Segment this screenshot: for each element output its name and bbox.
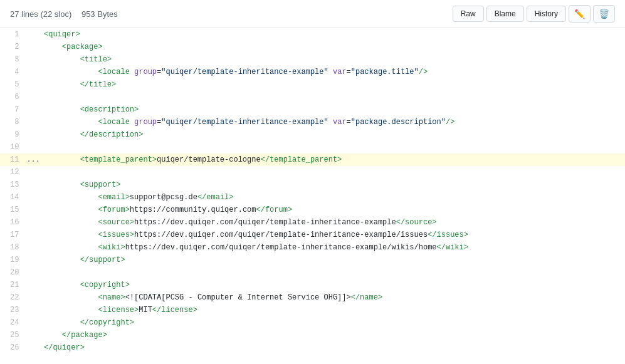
line-number: 9 — [0, 128, 25, 141]
table-row: 1<quiqer> — [0, 28, 625, 41]
line-code: <template_parent>quiqer/template-cologne… — [41, 153, 625, 166]
line-dots — [25, 91, 41, 103]
raw-button[interactable]: Raw — [453, 6, 484, 22]
line-number: 11 — [0, 153, 25, 166]
line-dots — [25, 128, 41, 141]
table-row: 26</quiqer> — [0, 341, 625, 354]
line-code — [41, 166, 625, 179]
table-row: 14 <email>support@pcsg.de</email> — [0, 191, 625, 204]
line-number: 22 — [0, 291, 25, 304]
line-number: 17 — [0, 229, 25, 241]
table-row: 25 </package> — [0, 329, 625, 341]
edit-button[interactable]: ✏️ — [569, 5, 591, 23]
code-container: 1<quiqer>2 <package>3 <title>4 <locale g… — [0, 28, 625, 354]
line-code: <wiki>https://dev.quiqer.com/quiqer/temp… — [41, 241, 625, 254]
line-code — [41, 266, 625, 279]
line-code: <source>https://dev.quiqer.com/quiqer/te… — [41, 216, 625, 229]
line-code — [41, 91, 625, 103]
line-dots — [25, 329, 41, 341]
line-number: 18 — [0, 241, 25, 254]
line-code: <package> — [41, 41, 625, 53]
blame-button[interactable]: Blame — [486, 6, 524, 22]
line-code: <description> — [41, 103, 625, 116]
line-code: </copyright> — [41, 316, 625, 329]
table-row: 24 </copyright> — [0, 316, 625, 329]
line-number: 19 — [0, 254, 25, 266]
line-number: 2 — [0, 41, 25, 53]
table-row: 5 </title> — [0, 78, 625, 91]
line-dots: ... — [25, 153, 41, 166]
line-dots — [25, 141, 41, 153]
line-dots — [25, 316, 41, 329]
line-code: <locale group="quiqer/template-inheritan… — [41, 66, 625, 78]
line-number: 15 — [0, 204, 25, 216]
table-row: 19 </support> — [0, 254, 625, 266]
line-dots — [25, 28, 41, 41]
line-dots — [25, 291, 41, 304]
line-dots — [25, 204, 41, 216]
line-code: </support> — [41, 254, 625, 266]
line-code: <support> — [41, 179, 625, 191]
line-number: 21 — [0, 279, 25, 291]
table-row: 13 <support> — [0, 179, 625, 191]
line-number: 20 — [0, 266, 25, 279]
line-code: <title> — [41, 53, 625, 66]
line-dots — [25, 304, 41, 316]
table-row: 22 <name><![CDATA[PCSG - Computer & Inte… — [0, 291, 625, 304]
line-dots — [25, 266, 41, 279]
line-number: 23 — [0, 304, 25, 316]
line-number: 10 — [0, 141, 25, 153]
table-row: 23 <license>MIT</license> — [0, 304, 625, 316]
line-count: 27 lines (22 sloc) — [10, 9, 71, 19]
line-dots — [25, 66, 41, 78]
line-number: 26 — [0, 341, 25, 354]
line-number: 3 — [0, 53, 25, 66]
line-dots — [25, 341, 41, 354]
line-number: 24 — [0, 316, 25, 329]
history-button[interactable]: History — [527, 6, 566, 22]
table-row: 7 <description> — [0, 103, 625, 116]
toolbar: 27 lines (22 sloc) 953 Bytes Raw Blame H… — [0, 0, 625, 28]
line-number: 6 — [0, 91, 25, 103]
line-dots — [25, 254, 41, 266]
table-row: 4 <locale group="quiqer/template-inherit… — [0, 66, 625, 78]
line-dots — [25, 191, 41, 204]
line-dots — [25, 116, 41, 128]
line-dots — [25, 41, 41, 53]
line-number: 4 — [0, 66, 25, 78]
line-dots — [25, 241, 41, 254]
table-row: 12 — [0, 166, 625, 179]
line-code: </title> — [41, 78, 625, 91]
line-number: 8 — [0, 116, 25, 128]
line-code: <email>support@pcsg.de</email> — [41, 191, 625, 204]
line-dots — [25, 166, 41, 179]
table-row: 2 <package> — [0, 41, 625, 53]
line-number: 13 — [0, 179, 25, 191]
line-dots — [25, 229, 41, 241]
file-size: 953 Bytes — [81, 9, 118, 19]
line-dots — [25, 103, 41, 116]
line-code: <copyright> — [41, 279, 625, 291]
line-code: <locale group="quiqer/template-inheritan… — [41, 116, 625, 128]
table-row: 17 <issues>https://dev.quiqer.com/quiqer… — [0, 229, 625, 241]
line-code: </description> — [41, 128, 625, 141]
table-row: 6 — [0, 91, 625, 103]
file-info: 27 lines (22 sloc) 953 Bytes — [10, 9, 125, 19]
line-dots — [25, 53, 41, 66]
line-code: </package> — [41, 329, 625, 341]
delete-button[interactable]: 🗑️ — [593, 5, 615, 23]
table-row: 20 — [0, 266, 625, 279]
line-code: </quiqer> — [41, 341, 625, 354]
table-row: 10 — [0, 141, 625, 153]
table-row: 21 <copyright> — [0, 279, 625, 291]
line-number: 14 — [0, 191, 25, 204]
table-row: 8 <locale group="quiqer/template-inherit… — [0, 116, 625, 128]
line-code: <license>MIT</license> — [41, 304, 625, 316]
table-row: 18 <wiki>https://dev.quiqer.com/quiqer/t… — [0, 241, 625, 254]
line-number: 5 — [0, 78, 25, 91]
toolbar-buttons: Raw Blame History ✏️ 🗑️ — [453, 5, 615, 23]
line-dots — [25, 216, 41, 229]
code-table: 1<quiqer>2 <package>3 <title>4 <locale g… — [0, 28, 625, 354]
line-number: 12 — [0, 166, 25, 179]
line-code: <issues>https://dev.quiqer.com/quiqer/te… — [41, 229, 625, 241]
